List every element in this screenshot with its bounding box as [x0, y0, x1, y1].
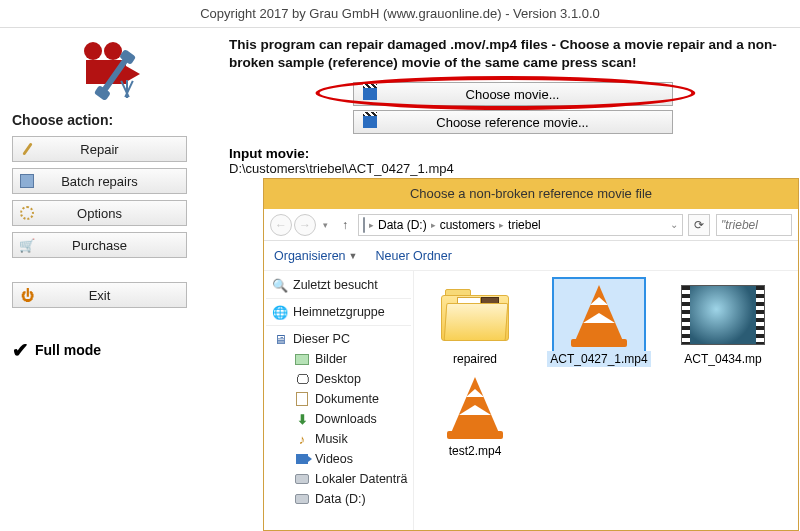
clapper-icon — [362, 86, 378, 102]
videos-icon — [294, 451, 310, 467]
repair-label: Repair — [19, 142, 180, 157]
options-button[interactable]: Options — [12, 200, 187, 226]
choose-action-label: Choose action: — [12, 112, 213, 128]
choose-movie-label: Choose movie... — [362, 87, 664, 102]
options-label: Options — [19, 206, 180, 221]
drive-icon — [294, 491, 310, 507]
tree-documents[interactable]: Dokumente — [266, 389, 411, 409]
search-input[interactable] — [716, 214, 792, 236]
tree-local-disk[interactable]: Lokaler Datenträ — [266, 469, 411, 489]
refresh-button[interactable]: ⟳ — [688, 214, 710, 236]
tree-music[interactable]: ♪ Musik — [266, 429, 411, 449]
instructions-text: This program can repair damaged .mov/.mp… — [229, 36, 796, 72]
crumb-triebel[interactable]: triebel — [508, 218, 541, 232]
tree-homegroup[interactable]: 🌐 Heimnetzgruppe — [266, 302, 411, 322]
choose-reference-movie-button[interactable]: Choose reference movie... — [353, 110, 673, 134]
pictures-icon — [294, 351, 310, 367]
purchase-label: Purchase — [19, 238, 180, 253]
music-icon: ♪ — [294, 431, 310, 447]
file-act-0427[interactable]: ACT_0427_1.mp4 — [544, 279, 654, 367]
full-mode-label: Full mode — [35, 342, 101, 358]
tree-desktop[interactable]: 🖵 Desktop — [266, 369, 411, 389]
purchase-button[interactable]: 🛒 Purchase — [12, 232, 187, 258]
chevron-down-icon: ▼ — [349, 251, 358, 261]
tree-pictures[interactable]: Bilder — [266, 349, 411, 369]
nav-up-button[interactable]: ↑ — [334, 214, 356, 236]
batch-label: Batch repairs — [19, 174, 180, 189]
crumb-drive[interactable]: Data (D:) — [378, 218, 427, 232]
tree-videos[interactable]: Videos — [266, 449, 411, 469]
clapper-icon — [362, 114, 378, 130]
breadcrumb-dropdown[interactable]: ⌄ — [670, 219, 678, 230]
file-label: repaired — [450, 351, 500, 367]
exit-label: Exit — [19, 288, 180, 303]
new-folder-button[interactable]: Neuer Ordner — [376, 249, 452, 263]
window-titlebar: Copyright 2017 by Grau GmbH (www.grauonl… — [0, 0, 800, 28]
tree-data-d[interactable]: Data (D:) — [266, 489, 411, 509]
check-icon: ✔ — [12, 338, 29, 362]
batch-repairs-button[interactable]: Batch repairs — [12, 168, 187, 194]
desktop-icon: 🖵 — [294, 371, 310, 387]
tree-recent[interactable]: 🔍 Zuletzt besucht — [266, 275, 411, 295]
input-movie-path: D:\customers\triebel\ACT_0427_1.mp4 — [229, 161, 796, 176]
tree-downloads[interactable]: ⬇ Downloads — [266, 409, 411, 429]
organize-menu[interactable]: Organisieren ▼ — [274, 249, 358, 263]
repair-button[interactable]: Repair — [12, 136, 187, 162]
dialog-nav: ← → ▾ ↑ ▸ Data (D:) ▸ customers ▸ triebe… — [264, 209, 798, 241]
file-test2[interactable]: test2.mp4 — [420, 371, 530, 459]
choose-movie-button[interactable]: Choose movie... — [353, 82, 673, 106]
drive-icon — [363, 218, 365, 232]
file-open-dialog: Choose a non-broken reference movie file… — [263, 178, 799, 531]
dialog-title: Choose a non-broken reference movie file — [264, 179, 798, 209]
full-mode-indicator: ✔ Full mode — [12, 338, 213, 362]
dialog-toolbar: Organisieren ▼ Neuer Ordner — [264, 241, 798, 271]
tree-this-pc[interactable]: 🖥 Dieser PC — [266, 329, 411, 349]
nav-back-button[interactable]: ← — [270, 214, 292, 236]
nav-tree: 🔍 Zuletzt besucht 🌐 Heimnetzgruppe 🖥 Die… — [264, 271, 414, 530]
sidebar: Choose action: Repair Batch repairs Opti… — [0, 28, 225, 531]
downloads-icon: ⬇ — [294, 411, 310, 427]
nav-forward-button[interactable]: → — [294, 214, 316, 236]
breadcrumb[interactable]: ▸ Data (D:) ▸ customers ▸ triebel ⌄ — [358, 214, 683, 236]
file-label: ACT_0427_1.mp4 — [547, 351, 650, 367]
app-logo — [78, 38, 148, 98]
file-act-0434[interactable]: ACT_0434.mp — [668, 279, 778, 367]
file-label: test2.mp4 — [446, 443, 505, 459]
documents-icon — [294, 391, 310, 407]
recent-icon: 🔍 — [272, 277, 288, 293]
drive-icon — [294, 471, 310, 487]
input-movie-label: Input movie: — [229, 146, 796, 161]
homegroup-icon: 🌐 — [272, 304, 288, 320]
nav-history-dropdown[interactable]: ▾ — [318, 214, 332, 236]
choose-ref-label: Choose reference movie... — [362, 115, 664, 130]
folder-repaired[interactable]: repaired — [420, 279, 530, 367]
crumb-customers[interactable]: customers — [440, 218, 495, 232]
pc-icon: 🖥 — [272, 331, 288, 347]
file-list: repaired ACT_0427_1.mp4 ACT_0434.mp test… — [414, 271, 798, 530]
file-label: ACT_0434.mp — [681, 351, 764, 367]
organize-label: Organisieren — [274, 249, 346, 263]
exit-button[interactable]: ⏻ Exit — [12, 282, 187, 308]
wrench-icon — [19, 141, 35, 157]
